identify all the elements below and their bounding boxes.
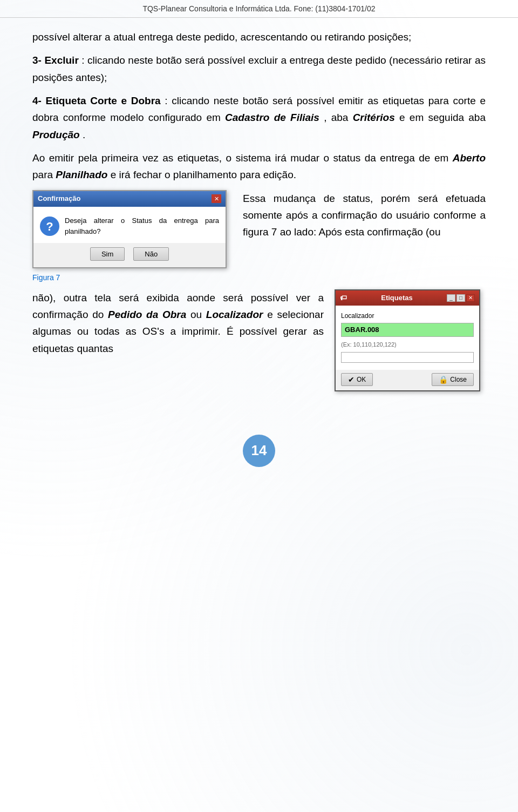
etiquetas-dialog: 🏷 Etiquetas _ □ ✕ Localizador GBAR.008 (… (335, 289, 480, 391)
item3-bold: Excluir (44, 55, 78, 66)
item4-label: 4- (32, 95, 42, 106)
item4-cadastro: Cadastro de Filiais (225, 112, 319, 123)
item4-criterios: Critérios (353, 112, 395, 123)
item4-mid: , aba (324, 112, 352, 123)
etiquetas-ok-button[interactable]: ✔ OK (341, 373, 373, 386)
item4-bold: Etiqueta Corte e Dobra (46, 95, 161, 106)
figure-area: Confirmação ✕ ? Deseja alterar o Status … (32, 190, 486, 284)
etiquetas-input[interactable] (341, 352, 474, 363)
window-buttons: _ □ ✕ (447, 294, 475, 302)
main-content: possível alterar a atual entrega deste p… (0, 18, 518, 424)
paragraph4-mid: ou (190, 309, 206, 320)
localizador-row: Localizador GBAR.008 (341, 311, 474, 337)
paragraph3-text: Essa mudança de status, porém será efetu… (243, 193, 486, 238)
item4-end: . (83, 129, 85, 140)
dialog-title: Confirmação (38, 193, 80, 205)
dialog-message: Deseja alterar o Status da entrega para … (65, 215, 219, 238)
dialog-body: ? Deseja alterar o Status da entrega par… (33, 207, 226, 243)
page-header: TQS-Planear Consultoria e Informática Lt… (0, 0, 518, 18)
figure-right-text: Essa mudança de status, porém será efetu… (243, 190, 486, 247)
maximize-button[interactable]: □ (456, 294, 465, 302)
etiquetas-footer: ✔ OK 🔒 Close (336, 370, 479, 390)
etiquetas-title-icon: 🏷 (340, 293, 347, 304)
bottom-left-text: não), outra tela será exibida aonde será… (32, 289, 324, 363)
dialog-buttons: Sim Não (33, 243, 226, 267)
page-number-container: 14 (0, 424, 518, 483)
etiquetas-dialog-container: 🏷 Etiquetas _ □ ✕ Localizador GBAR.008 (… (335, 289, 486, 391)
etiquetas-close-btn[interactable]: 🔒 Close (432, 373, 474, 386)
input-row (341, 352, 474, 363)
item-3-paragraph: 3- Excluir : clicando neste botão será p… (32, 52, 486, 86)
item4-mid2: e em seguida aba (399, 112, 486, 123)
localizador-label: Localizador (341, 311, 474, 321)
paragraph2: Ao emitir pela primeira vez as etiquetas… (32, 150, 486, 184)
dialog-question-icon: ? (40, 216, 59, 236)
dialog-close-button[interactable]: ✕ (212, 194, 221, 203)
confirmacao-dialog: Confirmação ✕ ? Deseja alterar o Status … (32, 190, 227, 268)
page-number: 14 (243, 435, 275, 467)
item3-text: : clicando neste botão será possível exc… (32, 55, 486, 83)
etiquetas-body: Localizador GBAR.008 (Ex: 10,110,120,122… (336, 306, 479, 369)
close-icon: 🔒 (439, 375, 448, 384)
etiquetas-close-button[interactable]: ✕ (466, 294, 475, 302)
minimize-button[interactable]: _ (447, 294, 455, 302)
etiquetas-title-text: Etiquetas (381, 293, 413, 304)
intro-paragraph: possível alterar a atual entrega deste p… (32, 29, 486, 45)
ok-icon: ✔ (348, 375, 355, 384)
dialog-nao-button[interactable]: Não (133, 247, 169, 261)
item-4-paragraph: 4- Etiqueta Corte e Dobra : clicando nes… (32, 92, 486, 143)
item4-producao: Produção (32, 129, 80, 140)
paragraph4-localizador: Localizador (206, 309, 263, 320)
figure-caption: Figura 7 (32, 272, 232, 283)
item3-label: 3- (32, 55, 42, 66)
etiquetas-titlebar: 🏷 Etiquetas _ □ ✕ (336, 290, 479, 306)
paragraph4-pedido: Pedido da Obra (108, 309, 186, 320)
etiquetas-hint: (Ex: 10,110,120,122) (341, 340, 474, 350)
dialog-sim-button[interactable]: Sim (90, 247, 125, 261)
localizador-value: GBAR.008 (341, 323, 474, 337)
bottom-area: não), outra tela será exibida aonde será… (32, 289, 486, 391)
dialog-titlebar: Confirmação ✕ (33, 191, 226, 207)
figure-left: Confirmação ✕ ? Deseja alterar o Status … (32, 190, 232, 284)
